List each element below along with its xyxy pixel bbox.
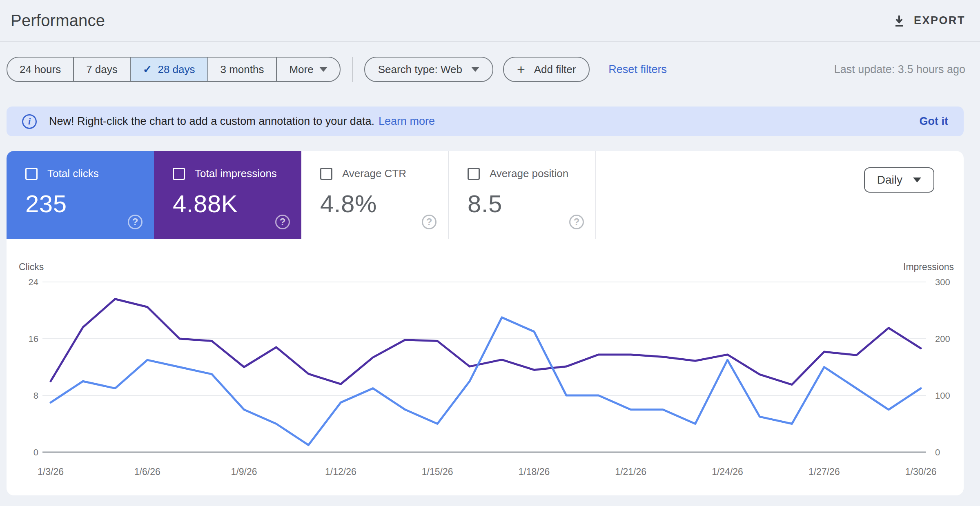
range-chip-3-months[interactable]: ✓ 3 months [208, 58, 277, 81]
metric-card-average-position[interactable]: Average position 8.5 ? [449, 151, 596, 239]
granularity-label: Daily [877, 173, 902, 186]
range-chip-24-hours[interactable]: ✓ 24 hours [7, 58, 74, 81]
right-axis-title: Impressions [903, 262, 954, 272]
help-icon[interactable]: ? [128, 215, 143, 229]
x-axis-label: 1/3/26 [38, 466, 64, 477]
checkbox-icon[interactable] [173, 168, 185, 180]
x-axis-label: 1/27/26 [808, 466, 840, 477]
left-axis-tick: 24 [29, 277, 38, 287]
metric-card-total-impressions[interactable]: Total impressions 4.88K ? [154, 151, 301, 239]
x-axis-label: 1/24/26 [712, 466, 743, 477]
range-chip-7-days[interactable]: ✓ 7 days [74, 58, 131, 81]
range-chip-label: More [289, 63, 313, 76]
performance-chart[interactable]: 0816240100200300ClicksImpressions1/3/261… [7, 261, 964, 490]
help-icon[interactable]: ? [275, 215, 290, 229]
metric-label: Total impressions [195, 167, 277, 180]
add-filter-label: Add filter [534, 63, 576, 76]
metric-label: Average position [490, 167, 568, 180]
metric-value: 4.8% [320, 190, 448, 218]
banner-text: New! Right-click the chart to add a cust… [49, 115, 374, 128]
range-chip-label: 7 days [86, 63, 118, 76]
x-axis-label: 1/9/26 [231, 466, 257, 477]
export-button[interactable]: EXPORT [893, 14, 965, 27]
search-type-dropdown[interactable]: Search type: Web [364, 57, 493, 82]
left-axis-tick: 8 [33, 391, 38, 401]
export-label: EXPORT [914, 14, 965, 27]
x-axis-label: 1/18/26 [519, 466, 550, 477]
range-chip-more[interactable]: More [277, 58, 339, 81]
metric-label: Average CTR [342, 167, 406, 180]
checkbox-icon[interactable] [320, 168, 332, 180]
performance-panel: Total clicks 235 ? Total impressions 4.8… [7, 151, 964, 495]
right-axis-tick: 200 [935, 334, 950, 344]
filter-divider [352, 57, 353, 82]
last-update-text: Last update: 3.5 hours ago [834, 63, 965, 76]
right-axis-tick: 300 [935, 277, 950, 287]
page-header: Performance EXPORT [0, 0, 980, 42]
got-it-button[interactable]: Got it [920, 115, 948, 128]
metric-card-total-clicks[interactable]: Total clicks 235 ? [7, 151, 154, 239]
date-range-group: ✓ 24 hours ✓ 7 days ✓ 28 days ✓ 3 months… [7, 57, 341, 82]
left-axis-tick: 0 [33, 447, 38, 457]
left-axis-title: Clicks [19, 262, 44, 272]
series-line-impressions [51, 299, 921, 385]
x-axis-label: 1/12/26 [325, 466, 356, 477]
chevron-down-icon [471, 67, 479, 72]
series-line-clicks [51, 317, 921, 445]
metric-value: 8.5 [468, 190, 595, 218]
left-axis-tick: 16 [29, 334, 38, 344]
x-axis-label: 1/15/26 [422, 466, 453, 477]
granularity-dropdown[interactable]: Daily [864, 167, 934, 193]
right-axis-tick: 100 [935, 391, 950, 401]
x-axis-label: 1/6/26 [134, 466, 160, 477]
plus-icon: + [517, 62, 525, 76]
add-filter-button[interactable]: + Add filter [503, 57, 590, 82]
reset-filters-link[interactable]: Reset filters [608, 63, 667, 76]
metric-value: 235 [25, 190, 154, 218]
checkbox-icon[interactable] [468, 168, 480, 180]
page-title: Performance [11, 11, 105, 30]
range-chip-label: 3 months [220, 63, 264, 76]
range-chip-label: 24 hours [20, 63, 61, 76]
metric-card-average-ctr[interactable]: Average CTR 4.8% ? [301, 151, 449, 239]
search-type-label: Search type: Web [378, 63, 462, 76]
download-icon [893, 14, 906, 27]
metric-label: Total clicks [47, 167, 99, 180]
x-axis-label: 1/21/26 [615, 466, 646, 477]
chevron-down-icon [913, 178, 921, 182]
filter-bar: ✓ 24 hours ✓ 7 days ✓ 28 days ✓ 3 months… [7, 57, 965, 82]
range-chip-label: 28 days [158, 63, 195, 76]
learn-more-link[interactable]: Learn more [379, 115, 435, 128]
help-icon[interactable]: ? [422, 215, 437, 229]
right-axis-tick: 0 [935, 447, 940, 457]
help-icon[interactable]: ? [569, 215, 584, 229]
info-icon: i [22, 114, 37, 129]
metric-value: 4.88K [173, 190, 301, 218]
annotation-banner: i New! Right-click the chart to add a cu… [7, 107, 964, 136]
check-icon: ✓ [143, 63, 152, 76]
x-axis-label: 1/30/26 [905, 466, 937, 477]
metric-cards-row: Total clicks 235 ? Total impressions 4.8… [7, 151, 964, 239]
checkbox-icon[interactable] [25, 168, 38, 180]
range-chip-28-days[interactable]: ✓ 28 days [131, 58, 208, 81]
chevron-down-icon [319, 67, 327, 72]
